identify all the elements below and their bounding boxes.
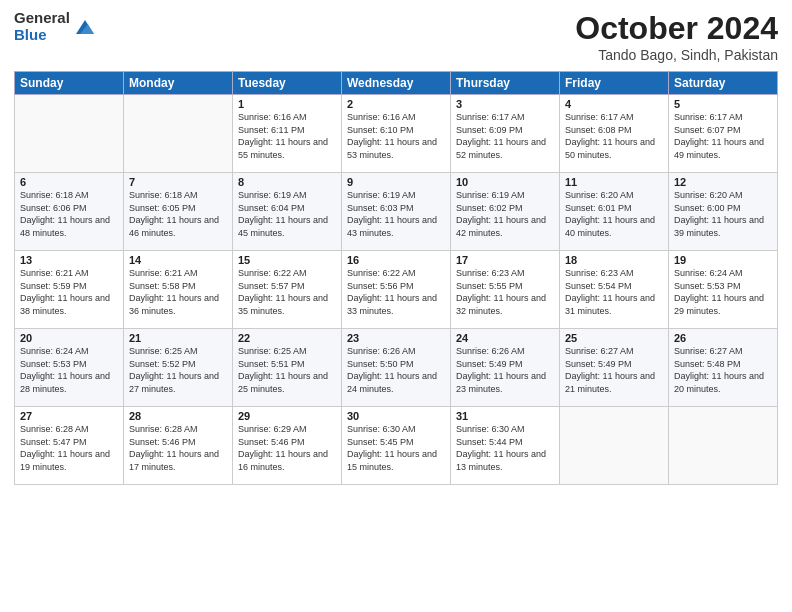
header: General Blue October 2024 Tando Bago, Si… [14,10,778,63]
day-info: Sunrise: 6:21 AM Sunset: 5:59 PM Dayligh… [20,267,118,317]
day-number: 25 [565,332,663,344]
day-number: 16 [347,254,445,266]
day-number: 2 [347,98,445,110]
table-row: 3Sunrise: 6:17 AM Sunset: 6:09 PM Daylig… [451,95,560,173]
table-row: 13Sunrise: 6:21 AM Sunset: 5:59 PM Dayli… [15,251,124,329]
table-row: 12Sunrise: 6:20 AM Sunset: 6:00 PM Dayli… [669,173,778,251]
table-row: 2Sunrise: 6:16 AM Sunset: 6:10 PM Daylig… [342,95,451,173]
day-number: 19 [674,254,772,266]
day-info: Sunrise: 6:29 AM Sunset: 5:46 PM Dayligh… [238,423,336,473]
table-row [124,95,233,173]
day-info: Sunrise: 6:30 AM Sunset: 5:45 PM Dayligh… [347,423,445,473]
day-number: 15 [238,254,336,266]
day-number: 6 [20,176,118,188]
day-info: Sunrise: 6:28 AM Sunset: 5:46 PM Dayligh… [129,423,227,473]
day-info: Sunrise: 6:24 AM Sunset: 5:53 PM Dayligh… [20,345,118,395]
day-number: 26 [674,332,772,344]
day-info: Sunrise: 6:17 AM Sunset: 6:09 PM Dayligh… [456,111,554,161]
table-row: 30Sunrise: 6:30 AM Sunset: 5:45 PM Dayli… [342,407,451,485]
table-row: 1Sunrise: 6:16 AM Sunset: 6:11 PM Daylig… [233,95,342,173]
day-info: Sunrise: 6:19 AM Sunset: 6:04 PM Dayligh… [238,189,336,239]
day-number: 30 [347,410,445,422]
calendar-table: Sunday Monday Tuesday Wednesday Thursday… [14,71,778,485]
day-number: 14 [129,254,227,266]
calendar-week-row: 6Sunrise: 6:18 AM Sunset: 6:06 PM Daylig… [15,173,778,251]
table-row: 5Sunrise: 6:17 AM Sunset: 6:07 PM Daylig… [669,95,778,173]
day-info: Sunrise: 6:18 AM Sunset: 6:05 PM Dayligh… [129,189,227,239]
col-saturday: Saturday [669,72,778,95]
logo: General Blue [14,10,96,43]
day-number: 17 [456,254,554,266]
day-number: 7 [129,176,227,188]
table-row: 10Sunrise: 6:19 AM Sunset: 6:02 PM Dayli… [451,173,560,251]
table-row: 26Sunrise: 6:27 AM Sunset: 5:48 PM Dayli… [669,329,778,407]
calendar-week-row: 1Sunrise: 6:16 AM Sunset: 6:11 PM Daylig… [15,95,778,173]
table-row: 11Sunrise: 6:20 AM Sunset: 6:01 PM Dayli… [560,173,669,251]
table-row: 21Sunrise: 6:25 AM Sunset: 5:52 PM Dayli… [124,329,233,407]
day-info: Sunrise: 6:19 AM Sunset: 6:03 PM Dayligh… [347,189,445,239]
col-friday: Friday [560,72,669,95]
day-info: Sunrise: 6:25 AM Sunset: 5:52 PM Dayligh… [129,345,227,395]
table-row: 6Sunrise: 6:18 AM Sunset: 6:06 PM Daylig… [15,173,124,251]
calendar-header-row: Sunday Monday Tuesday Wednesday Thursday… [15,72,778,95]
day-number: 4 [565,98,663,110]
logo-icon [74,16,96,38]
day-info: Sunrise: 6:16 AM Sunset: 6:10 PM Dayligh… [347,111,445,161]
day-number: 3 [456,98,554,110]
day-info: Sunrise: 6:22 AM Sunset: 5:57 PM Dayligh… [238,267,336,317]
col-monday: Monday [124,72,233,95]
day-number: 29 [238,410,336,422]
day-info: Sunrise: 6:21 AM Sunset: 5:58 PM Dayligh… [129,267,227,317]
table-row [669,407,778,485]
day-number: 27 [20,410,118,422]
day-info: Sunrise: 6:30 AM Sunset: 5:44 PM Dayligh… [456,423,554,473]
table-row: 23Sunrise: 6:26 AM Sunset: 5:50 PM Dayli… [342,329,451,407]
day-number: 9 [347,176,445,188]
day-info: Sunrise: 6:17 AM Sunset: 6:07 PM Dayligh… [674,111,772,161]
table-row: 4Sunrise: 6:17 AM Sunset: 6:08 PM Daylig… [560,95,669,173]
day-number: 18 [565,254,663,266]
table-row: 16Sunrise: 6:22 AM Sunset: 5:56 PM Dayli… [342,251,451,329]
day-number: 28 [129,410,227,422]
table-row: 17Sunrise: 6:23 AM Sunset: 5:55 PM Dayli… [451,251,560,329]
day-info: Sunrise: 6:28 AM Sunset: 5:47 PM Dayligh… [20,423,118,473]
month-title: October 2024 [575,10,778,47]
day-info: Sunrise: 6:19 AM Sunset: 6:02 PM Dayligh… [456,189,554,239]
table-row: 20Sunrise: 6:24 AM Sunset: 5:53 PM Dayli… [15,329,124,407]
table-row: 14Sunrise: 6:21 AM Sunset: 5:58 PM Dayli… [124,251,233,329]
table-row: 31Sunrise: 6:30 AM Sunset: 5:44 PM Dayli… [451,407,560,485]
day-number: 12 [674,176,772,188]
table-row: 9Sunrise: 6:19 AM Sunset: 6:03 PM Daylig… [342,173,451,251]
table-row: 27Sunrise: 6:28 AM Sunset: 5:47 PM Dayli… [15,407,124,485]
day-info: Sunrise: 6:23 AM Sunset: 5:54 PM Dayligh… [565,267,663,317]
table-row: 29Sunrise: 6:29 AM Sunset: 5:46 PM Dayli… [233,407,342,485]
day-number: 21 [129,332,227,344]
day-info: Sunrise: 6:16 AM Sunset: 6:11 PM Dayligh… [238,111,336,161]
day-info: Sunrise: 6:23 AM Sunset: 5:55 PM Dayligh… [456,267,554,317]
day-info: Sunrise: 6:17 AM Sunset: 6:08 PM Dayligh… [565,111,663,161]
col-tuesday: Tuesday [233,72,342,95]
table-row: 24Sunrise: 6:26 AM Sunset: 5:49 PM Dayli… [451,329,560,407]
day-number: 31 [456,410,554,422]
calendar-week-row: 13Sunrise: 6:21 AM Sunset: 5:59 PM Dayli… [15,251,778,329]
day-number: 8 [238,176,336,188]
page: General Blue October 2024 Tando Bago, Si… [0,0,792,612]
table-row: 7Sunrise: 6:18 AM Sunset: 6:05 PM Daylig… [124,173,233,251]
day-number: 1 [238,98,336,110]
col-sunday: Sunday [15,72,124,95]
location: Tando Bago, Sindh, Pakistan [575,47,778,63]
day-info: Sunrise: 6:27 AM Sunset: 5:48 PM Dayligh… [674,345,772,395]
day-info: Sunrise: 6:26 AM Sunset: 5:49 PM Dayligh… [456,345,554,395]
day-info: Sunrise: 6:25 AM Sunset: 5:51 PM Dayligh… [238,345,336,395]
day-number: 10 [456,176,554,188]
day-info: Sunrise: 6:27 AM Sunset: 5:49 PM Dayligh… [565,345,663,395]
table-row: 19Sunrise: 6:24 AM Sunset: 5:53 PM Dayli… [669,251,778,329]
col-thursday: Thursday [451,72,560,95]
table-row: 18Sunrise: 6:23 AM Sunset: 5:54 PM Dayli… [560,251,669,329]
calendar-week-row: 27Sunrise: 6:28 AM Sunset: 5:47 PM Dayli… [15,407,778,485]
day-info: Sunrise: 6:26 AM Sunset: 5:50 PM Dayligh… [347,345,445,395]
table-row: 22Sunrise: 6:25 AM Sunset: 5:51 PM Dayli… [233,329,342,407]
day-number: 24 [456,332,554,344]
day-info: Sunrise: 6:20 AM Sunset: 6:00 PM Dayligh… [674,189,772,239]
table-row: 25Sunrise: 6:27 AM Sunset: 5:49 PM Dayli… [560,329,669,407]
